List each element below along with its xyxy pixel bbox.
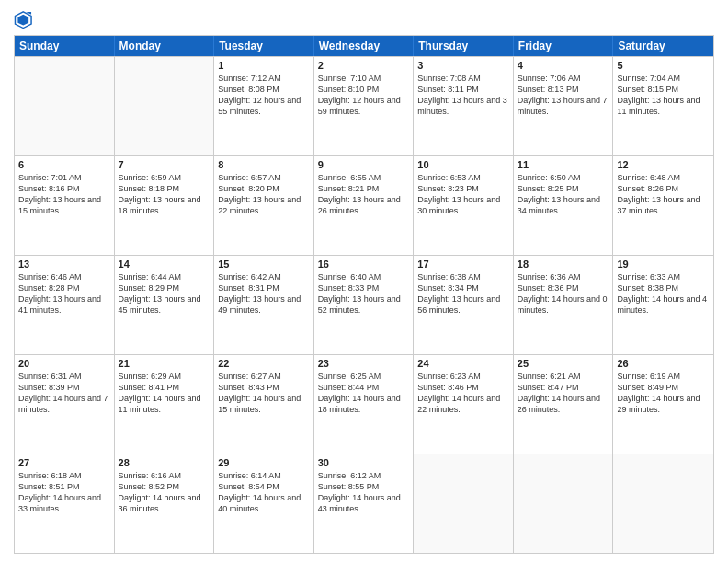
day-number: 26: [617, 358, 710, 369]
calendar-body: 1Sunrise: 7:12 AM Sunset: 8:08 PM Daylig…: [15, 56, 713, 553]
logo-icon: [14, 9, 34, 29]
header-day-saturday: Saturday: [613, 36, 713, 56]
day-number: 15: [218, 259, 310, 270]
day-info: Sunrise: 6:44 AM Sunset: 8:29 PM Dayligh…: [119, 271, 210, 316]
day-cell-6: 6Sunrise: 7:01 AM Sunset: 8:16 PM Daylig…: [15, 156, 115, 255]
day-cell-8: 8Sunrise: 6:57 AM Sunset: 8:20 PM Daylig…: [214, 156, 314, 255]
day-info: Sunrise: 7:04 AM Sunset: 8:15 PM Dayligh…: [617, 73, 710, 118]
day-number: 5: [617, 60, 710, 71]
day-info: Sunrise: 6:25 AM Sunset: 8:44 PM Dayligh…: [318, 371, 410, 416]
calendar: SundayMondayTuesdayWednesdayThursdayFrid…: [14, 35, 714, 554]
day-cell-14: 14Sunrise: 6:44 AM Sunset: 8:29 PM Dayli…: [115, 256, 215, 354]
day-number: 18: [518, 259, 609, 270]
week-row-1: 1Sunrise: 7:12 AM Sunset: 8:08 PM Daylig…: [15, 56, 713, 155]
day-cell-19: 19Sunrise: 6:33 AM Sunset: 8:38 PM Dayli…: [613, 256, 713, 354]
day-info: Sunrise: 6:14 AM Sunset: 8:54 PM Dayligh…: [218, 470, 310, 515]
day-info: Sunrise: 6:50 AM Sunset: 8:25 PM Dayligh…: [518, 172, 609, 217]
day-info: Sunrise: 6:38 AM Sunset: 8:34 PM Dayligh…: [417, 271, 509, 316]
week-row-3: 13Sunrise: 6:46 AM Sunset: 8:28 PM Dayli…: [15, 255, 713, 354]
week-row-5: 27Sunrise: 6:18 AM Sunset: 8:51 PM Dayli…: [15, 454, 713, 553]
calendar-header: SundayMondayTuesdayWednesdayThursdayFrid…: [15, 36, 713, 56]
day-cell-22: 22Sunrise: 6:27 AM Sunset: 8:43 PM Dayli…: [214, 355, 314, 454]
day-info: Sunrise: 7:10 AM Sunset: 8:10 PM Dayligh…: [318, 73, 410, 118]
day-number: 7: [119, 159, 210, 170]
day-cell-26: 26Sunrise: 6:19 AM Sunset: 8:49 PM Dayli…: [613, 355, 713, 454]
day-number: 12: [617, 159, 710, 170]
empty-cell: [514, 454, 614, 553]
day-number: 19: [617, 259, 710, 270]
day-info: Sunrise: 6:48 AM Sunset: 8:26 PM Dayligh…: [617, 172, 710, 217]
day-number: 27: [18, 457, 110, 468]
day-cell-4: 4Sunrise: 7:06 AM Sunset: 8:13 PM Daylig…: [514, 57, 614, 155]
day-info: Sunrise: 7:01 AM Sunset: 8:16 PM Dayligh…: [18, 172, 110, 217]
day-info: Sunrise: 6:18 AM Sunset: 8:51 PM Dayligh…: [18, 470, 110, 515]
day-cell-24: 24Sunrise: 6:23 AM Sunset: 8:46 PM Dayli…: [414, 355, 514, 454]
day-cell-17: 17Sunrise: 6:38 AM Sunset: 8:34 PM Dayli…: [414, 256, 514, 354]
day-number: 3: [417, 60, 509, 71]
header-day-wednesday: Wednesday: [314, 36, 415, 56]
day-number: 25: [518, 358, 609, 369]
day-cell-25: 25Sunrise: 6:21 AM Sunset: 8:47 PM Dayli…: [514, 355, 614, 454]
day-info: Sunrise: 6:57 AM Sunset: 8:20 PM Dayligh…: [218, 172, 310, 217]
day-info: Sunrise: 6:59 AM Sunset: 8:18 PM Dayligh…: [119, 172, 210, 217]
day-cell-23: 23Sunrise: 6:25 AM Sunset: 8:44 PM Dayli…: [314, 355, 415, 454]
day-cell-15: 15Sunrise: 6:42 AM Sunset: 8:31 PM Dayli…: [214, 256, 314, 354]
day-number: 22: [218, 358, 310, 369]
day-info: Sunrise: 7:08 AM Sunset: 8:11 PM Dayligh…: [417, 73, 509, 118]
empty-cell: [414, 454, 514, 553]
day-info: Sunrise: 6:55 AM Sunset: 8:21 PM Dayligh…: [318, 172, 410, 217]
day-cell-16: 16Sunrise: 6:40 AM Sunset: 8:33 PM Dayli…: [314, 256, 415, 354]
day-info: Sunrise: 6:29 AM Sunset: 8:41 PM Dayligh…: [119, 371, 210, 416]
day-info: Sunrise: 6:19 AM Sunset: 8:49 PM Dayligh…: [617, 371, 710, 416]
day-cell-21: 21Sunrise: 6:29 AM Sunset: 8:41 PM Dayli…: [115, 355, 215, 454]
day-info: Sunrise: 6:40 AM Sunset: 8:33 PM Dayligh…: [318, 271, 410, 316]
day-cell-30: 30Sunrise: 6:12 AM Sunset: 8:55 PM Dayli…: [314, 454, 415, 553]
day-info: Sunrise: 6:31 AM Sunset: 8:39 PM Dayligh…: [18, 371, 110, 416]
empty-cell: [15, 57, 115, 155]
day-number: 28: [119, 457, 210, 468]
day-info: Sunrise: 6:27 AM Sunset: 8:43 PM Dayligh…: [218, 371, 310, 416]
day-info: Sunrise: 6:36 AM Sunset: 8:36 PM Dayligh…: [518, 271, 609, 316]
day-number: 11: [518, 159, 609, 170]
day-number: 20: [18, 358, 110, 369]
day-number: 13: [18, 259, 110, 270]
day-cell-20: 20Sunrise: 6:31 AM Sunset: 8:39 PM Dayli…: [15, 355, 115, 454]
header-day-tuesday: Tuesday: [214, 36, 314, 56]
day-info: Sunrise: 6:42 AM Sunset: 8:31 PM Dayligh…: [218, 271, 310, 316]
day-cell-10: 10Sunrise: 6:53 AM Sunset: 8:23 PM Dayli…: [414, 156, 514, 255]
day-info: Sunrise: 7:12 AM Sunset: 8:08 PM Dayligh…: [218, 73, 310, 118]
day-cell-1: 1Sunrise: 7:12 AM Sunset: 8:08 PM Daylig…: [214, 57, 314, 155]
day-cell-29: 29Sunrise: 6:14 AM Sunset: 8:54 PM Dayli…: [214, 454, 314, 553]
logo: [14, 9, 38, 29]
day-info: Sunrise: 7:06 AM Sunset: 8:13 PM Dayligh…: [518, 73, 609, 118]
day-number: 17: [417, 259, 509, 270]
day-cell-5: 5Sunrise: 7:04 AM Sunset: 8:15 PM Daylig…: [613, 57, 713, 155]
day-cell-11: 11Sunrise: 6:50 AM Sunset: 8:25 PM Dayli…: [514, 156, 614, 255]
day-cell-27: 27Sunrise: 6:18 AM Sunset: 8:51 PM Dayli…: [15, 454, 115, 553]
day-info: Sunrise: 6:53 AM Sunset: 8:23 PM Dayligh…: [417, 172, 509, 217]
day-number: 9: [318, 159, 410, 170]
day-info: Sunrise: 6:46 AM Sunset: 8:28 PM Dayligh…: [18, 271, 110, 316]
day-cell-28: 28Sunrise: 6:16 AM Sunset: 8:52 PM Dayli…: [115, 454, 215, 553]
week-row-4: 20Sunrise: 6:31 AM Sunset: 8:39 PM Dayli…: [15, 354, 713, 454]
day-number: 10: [417, 159, 509, 170]
week-row-2: 6Sunrise: 7:01 AM Sunset: 8:16 PM Daylig…: [15, 155, 713, 255]
day-number: 16: [318, 259, 410, 270]
day-number: 14: [119, 259, 210, 270]
header-day-sunday: Sunday: [15, 36, 115, 56]
day-info: Sunrise: 6:21 AM Sunset: 8:47 PM Dayligh…: [518, 371, 609, 416]
day-cell-9: 9Sunrise: 6:55 AM Sunset: 8:21 PM Daylig…: [314, 156, 415, 255]
day-cell-12: 12Sunrise: 6:48 AM Sunset: 8:26 PM Dayli…: [613, 156, 713, 255]
header: [14, 9, 714, 29]
day-number: 1: [218, 60, 310, 71]
header-day-monday: Monday: [115, 36, 215, 56]
day-info: Sunrise: 6:12 AM Sunset: 8:55 PM Dayligh…: [318, 470, 410, 515]
day-info: Sunrise: 6:16 AM Sunset: 8:52 PM Dayligh…: [119, 470, 210, 515]
day-cell-2: 2Sunrise: 7:10 AM Sunset: 8:10 PM Daylig…: [314, 57, 415, 155]
day-cell-3: 3Sunrise: 7:08 AM Sunset: 8:11 PM Daylig…: [414, 57, 514, 155]
day-number: 23: [318, 358, 410, 369]
svg-marker-1: [17, 15, 28, 26]
day-number: 2: [318, 60, 410, 71]
day-info: Sunrise: 6:33 AM Sunset: 8:38 PM Dayligh…: [617, 271, 710, 316]
day-number: 29: [218, 457, 310, 468]
